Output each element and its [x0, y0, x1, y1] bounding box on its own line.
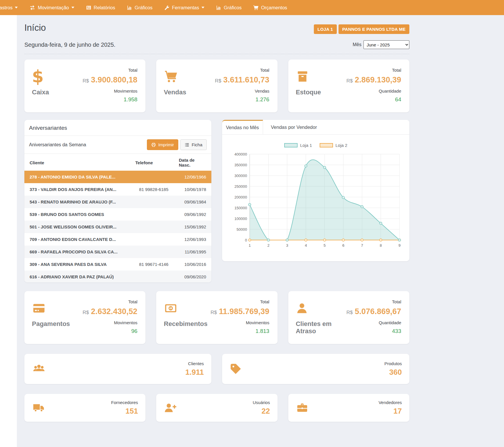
list-icon — [185, 143, 189, 147]
svg-text:6: 6 — [342, 243, 344, 248]
clientes-atraso-count: 433 — [392, 328, 401, 334]
month-select[interactable]: June - 2025 — [363, 40, 409, 49]
svg-text:7: 7 — [361, 243, 363, 248]
nav-item-relatorios[interactable]: Relatórios — [80, 0, 121, 15]
clientes-atraso-total: 5.076.869,67 — [355, 307, 401, 316]
imprimir-button[interactable]: Imprimir — [147, 139, 178, 150]
page-title: Início — [24, 23, 46, 33]
phone-cell — [130, 171, 174, 183]
nav-item-label: Gráficos — [224, 5, 242, 10]
client-cell: 278 - ANTONIO EMIDIO DA SILVA (PALE... — [24, 171, 130, 183]
pagamentos-total: 2.632.430,52 — [91, 307, 137, 316]
svg-text:150000: 150000 — [234, 206, 247, 210]
nav-item-cadastros[interactable]: Cadastros — [0, 0, 24, 15]
month-label: Mês — [353, 42, 361, 47]
nav-item-graficos-2[interactable]: Gráficos — [210, 0, 247, 15]
table-row[interactable]: 501 - JOSE WELISSON GOMES OLIVEIR...15/0… — [24, 221, 211, 233]
col-header-cliente: Cliente — [24, 154, 130, 171]
table-row[interactable]: 616 - ADRIANO XAVIER DA PAZ (PALAÚ)09/06… — [24, 271, 211, 282]
nav-item-ferramentas[interactable]: Ferramentas — [158, 0, 210, 15]
vendedores-value: 17 — [379, 407, 402, 416]
currency-symbol: R$ — [83, 310, 89, 315]
caixa-total: 3.900.800,18 — [91, 75, 137, 84]
total-label: Total — [260, 68, 269, 73]
birth-cell: 09/06/2020 — [174, 271, 211, 282]
legend-swatch-loja1 — [284, 143, 298, 147]
clientes-atraso-card: Clientes em Atraso Total R$5.076.869,67 … — [288, 291, 409, 344]
svg-text:1: 1 — [170, 307, 172, 310]
tab-vendas-no-mes[interactable]: Vendas no Mês — [222, 120, 263, 134]
cart-icon — [164, 70, 178, 83]
svg-text:5: 5 — [323, 243, 325, 248]
birth-cell: 10/06/1978 — [174, 183, 211, 196]
birth-cell: 12/06/1966 — [174, 171, 211, 183]
briefcase-icon — [296, 402, 309, 414]
dollar-icon: $ — [32, 68, 44, 85]
usuarios-label: Usuários — [253, 400, 270, 405]
estoque-total: 2.869.130,39 — [355, 75, 401, 84]
bar-chart-icon — [127, 5, 132, 10]
ficha-button[interactable]: Ficha — [180, 139, 207, 150]
tab-vendas-por-vendedor[interactable]: Vendas por Vendedor — [263, 120, 409, 134]
total-label: Total — [260, 299, 269, 304]
caret-down-icon — [201, 7, 204, 8]
svg-text:0: 0 — [245, 238, 247, 242]
legend-swatch-loja2 — [320, 143, 333, 147]
caixa-card: $ Caixa Total R$3.900.800,18 Movimentos … — [24, 60, 145, 112]
nav-item-orcamentos[interactable]: Orçamentos — [247, 0, 293, 15]
table-row[interactable]: 539 - BRUNO DOS SANTOS GOMES09/06/1992 — [24, 208, 211, 221]
svg-text:400000: 400000 — [234, 152, 247, 156]
col-header-data: Data de Nasc. — [174, 154, 211, 171]
nav-item-movimentacao[interactable]: Movimentação — [24, 0, 80, 15]
vendas-label: Vendas — [164, 89, 186, 96]
estoque-count: 64 — [395, 96, 401, 103]
table-row[interactable]: 309 - ANA SEVERINA PAES DA SILVA81 99671… — [24, 258, 211, 271]
recebimentos-count: 1.813 — [255, 328, 269, 334]
svg-text:1: 1 — [249, 243, 251, 248]
box-icon — [296, 70, 309, 83]
phone-cell — [130, 196, 174, 208]
legend-item-loja2: Loja 2 — [320, 143, 348, 148]
wrench-icon — [164, 5, 170, 10]
svg-text:8: 8 — [379, 243, 381, 248]
aniversariantes-title: Aniversariantes — [24, 120, 211, 136]
caixa-label: Caixa — [32, 89, 49, 96]
table-row[interactable]: 543 - RENATO MARINHO DE ARAUJO (F...09/0… — [24, 196, 211, 208]
total-label: Total — [392, 68, 401, 73]
nav-items: Cadastros Movimentação Relatórios Gráfic… — [0, 0, 293, 15]
nav-item-label: Ferramentas — [172, 5, 199, 10]
recebimentos-card: 1 Recebimentos Total R$11.985.769,39 Mov… — [156, 291, 277, 344]
client-cell: 373 - VALDIR DOS ANJOS PEREIRA (AN... — [24, 183, 130, 196]
currency-symbol: R$ — [346, 310, 353, 315]
bar-chart-icon — [216, 5, 222, 10]
count-label: Movimentos — [114, 89, 137, 93]
chart-legend: Loja 1 Loja 2 — [228, 143, 403, 148]
birth-cell: 10/06/2016 — [174, 258, 211, 271]
ficha-label: Ficha — [192, 142, 202, 147]
table-row[interactable]: 669 - RAFAELA PROCOPIO DA SILVA CA...11/… — [24, 246, 211, 258]
legend-item-loja1: Loja 1 — [284, 143, 312, 148]
company-badge[interactable]: PANNOS E PANNOS LTDA ME — [339, 24, 409, 34]
usuarios-card: Usuários 22 — [156, 394, 277, 422]
top-navbar: Cadastros Movimentação Relatórios Gráfic… — [0, 0, 504, 15]
table-row[interactable]: 373 - VALDIR DOS ANJOS PEREIRA (AN...81 … — [24, 183, 211, 196]
table-row[interactable]: 709 - ANTONIO EDSON CAVALCANTE D...12/06… — [24, 233, 211, 246]
table-row[interactable]: 278 - ANTONIO EMIDIO DA SILVA (PALE...12… — [24, 171, 211, 183]
phone-cell — [130, 233, 174, 246]
store-badge[interactable]: LOJA 1 — [314, 24, 337, 34]
nav-item-label: Movimentação — [38, 5, 69, 10]
currency-symbol: R$ — [83, 78, 89, 84]
nav-item-label: Relatórios — [94, 5, 115, 10]
fornecedores-card: Fornecedores 151 — [24, 394, 145, 422]
client-cell: 501 - JOSE WELISSON GOMES OLIVEIR... — [24, 221, 130, 233]
report-icon — [86, 5, 91, 10]
clientes-card: Clientes 1.911 — [24, 354, 211, 384]
birth-cell: 12/06/1993 — [174, 233, 211, 246]
svg-text:2: 2 — [267, 243, 269, 248]
nav-item-graficos-1[interactable]: Gráficos — [121, 0, 158, 15]
usuarios-value: 22 — [253, 407, 270, 416]
phone-cell — [130, 208, 174, 221]
produtos-label: Produtos — [384, 361, 402, 366]
clientes-label: Clientes — [185, 361, 204, 366]
nav-item-label: Orçamentos — [261, 5, 287, 10]
